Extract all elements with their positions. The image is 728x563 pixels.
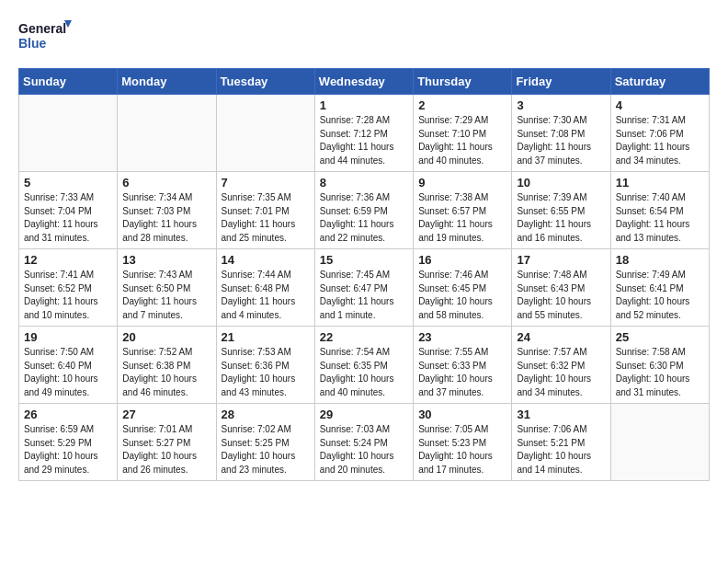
- calendar-week-5: 26Sunrise: 6:59 AM Sunset: 5:29 PM Dayli…: [19, 404, 710, 481]
- day-number: 9: [418, 176, 506, 190]
- day-info: Sunrise: 7:50 AM Sunset: 6:40 PM Dayligh…: [24, 346, 112, 399]
- calendar-week-1: 1Sunrise: 7:28 AM Sunset: 7:12 PM Daylig…: [19, 95, 710, 172]
- day-number: 7: [222, 176, 310, 190]
- day-number: 27: [122, 408, 210, 421]
- day-info: Sunrise: 7:43 AM Sunset: 6:50 PM Dayligh…: [122, 269, 210, 322]
- calendar-day: 24Sunrise: 7:57 AM Sunset: 6:32 PM Dayli…: [512, 327, 610, 404]
- day-number: 17: [517, 253, 605, 267]
- calendar-day: 7Sunrise: 7:35 AM Sunset: 7:01 PM Daylig…: [216, 172, 314, 249]
- calendar-day: 23Sunrise: 7:55 AM Sunset: 6:33 PM Dayli…: [414, 327, 512, 404]
- day-number: 5: [24, 176, 112, 190]
- day-info: Sunrise: 7:54 AM Sunset: 6:35 PM Dayligh…: [320, 346, 408, 399]
- calendar-week-2: 5Sunrise: 7:33 AM Sunset: 7:04 PM Daylig…: [19, 172, 710, 249]
- calendar-day: 29Sunrise: 7:03 AM Sunset: 5:24 PM Dayli…: [314, 404, 413, 481]
- day-number: 19: [24, 330, 112, 344]
- day-info: Sunrise: 7:06 AM Sunset: 5:21 PM Dayligh…: [517, 423, 605, 477]
- day-number: 28: [222, 408, 310, 421]
- day-info: Sunrise: 7:49 AM Sunset: 6:41 PM Dayligh…: [616, 269, 704, 322]
- calendar-week-3: 12Sunrise: 7:41 AM Sunset: 6:52 PM Dayli…: [19, 249, 710, 327]
- day-number: 13: [122, 253, 210, 267]
- calendar-week-4: 19Sunrise: 7:50 AM Sunset: 6:40 PM Dayli…: [19, 327, 710, 404]
- svg-text:General: General: [18, 21, 66, 36]
- calendar-day: 15Sunrise: 7:45 AM Sunset: 6:47 PM Dayli…: [314, 249, 413, 327]
- weekday-header-friday: Friday: [512, 69, 610, 95]
- calendar-day: 30Sunrise: 7:05 AM Sunset: 5:23 PM Dayli…: [414, 404, 512, 481]
- day-info: Sunrise: 7:36 AM Sunset: 6:59 PM Dayligh…: [320, 191, 408, 245]
- day-info: Sunrise: 7:02 AM Sunset: 5:25 PM Dayligh…: [222, 423, 310, 477]
- calendar-day: 9Sunrise: 7:38 AM Sunset: 6:57 PM Daylig…: [414, 172, 512, 249]
- day-number: 18: [616, 253, 704, 267]
- day-number: 16: [418, 253, 506, 267]
- day-number: 30: [418, 408, 506, 421]
- day-info: Sunrise: 7:34 AM Sunset: 7:03 PM Dayligh…: [122, 191, 210, 245]
- calendar-day: 6Sunrise: 7:34 AM Sunset: 7:03 PM Daylig…: [118, 172, 216, 249]
- calendar-day: [118, 95, 216, 172]
- calendar-day: 14Sunrise: 7:44 AM Sunset: 6:48 PM Dayli…: [216, 249, 314, 327]
- day-info: Sunrise: 7:28 AM Sunset: 7:12 PM Dayligh…: [320, 114, 408, 167]
- calendar-day: 4Sunrise: 7:31 AM Sunset: 7:06 PM Daylig…: [610, 95, 709, 172]
- day-number: 3: [517, 98, 605, 112]
- day-info: Sunrise: 7:58 AM Sunset: 6:30 PM Dayligh…: [616, 346, 704, 399]
- svg-text:Blue: Blue: [18, 36, 47, 51]
- day-number: 22: [320, 330, 408, 344]
- calendar-day: 17Sunrise: 7:48 AM Sunset: 6:43 PM Dayli…: [512, 249, 610, 327]
- calendar-day: 19Sunrise: 7:50 AM Sunset: 6:40 PM Dayli…: [19, 327, 118, 404]
- day-info: Sunrise: 7:52 AM Sunset: 6:38 PM Dayligh…: [122, 346, 210, 399]
- calendar-day: 1Sunrise: 7:28 AM Sunset: 7:12 PM Daylig…: [314, 95, 413, 172]
- calendar-day: 26Sunrise: 6:59 AM Sunset: 5:29 PM Dayli…: [19, 404, 118, 481]
- day-number: 21: [222, 330, 310, 344]
- day-number: 15: [320, 253, 408, 267]
- day-info: Sunrise: 7:40 AM Sunset: 6:54 PM Dayligh…: [616, 191, 704, 245]
- day-number: 2: [418, 98, 506, 112]
- calendar-day: [19, 95, 118, 172]
- day-info: Sunrise: 7:46 AM Sunset: 6:45 PM Dayligh…: [418, 269, 506, 322]
- weekday-header-sunday: Sunday: [19, 69, 118, 95]
- day-info: Sunrise: 7:30 AM Sunset: 7:08 PM Dayligh…: [517, 114, 605, 167]
- calendar-day: 8Sunrise: 7:36 AM Sunset: 6:59 PM Daylig…: [314, 172, 413, 249]
- day-info: Sunrise: 7:41 AM Sunset: 6:52 PM Dayligh…: [24, 269, 112, 322]
- day-number: 10: [517, 176, 605, 190]
- calendar-day: 25Sunrise: 7:58 AM Sunset: 6:30 PM Dayli…: [610, 327, 709, 404]
- weekday-header-saturday: Saturday: [610, 69, 709, 95]
- day-info: Sunrise: 7:31 AM Sunset: 7:06 PM Dayligh…: [616, 114, 704, 167]
- day-number: 8: [320, 176, 408, 190]
- day-number: 14: [222, 253, 310, 267]
- calendar-day: [610, 404, 709, 481]
- calendar-day: [216, 95, 314, 172]
- day-number: 31: [517, 408, 605, 421]
- day-number: 6: [122, 176, 210, 190]
- day-info: Sunrise: 7:38 AM Sunset: 6:57 PM Dayligh…: [418, 191, 506, 245]
- calendar-table: SundayMondayTuesdayWednesdayThursdayFrid…: [18, 68, 710, 481]
- calendar-day: 28Sunrise: 7:02 AM Sunset: 5:25 PM Dayli…: [216, 404, 314, 481]
- weekday-header-tuesday: Tuesday: [216, 69, 314, 95]
- day-info: Sunrise: 7:39 AM Sunset: 6:55 PM Dayligh…: [517, 191, 605, 245]
- weekday-header-row: SundayMondayTuesdayWednesdayThursdayFrid…: [19, 69, 710, 95]
- day-info: Sunrise: 7:05 AM Sunset: 5:23 PM Dayligh…: [418, 423, 506, 477]
- day-info: Sunrise: 7:03 AM Sunset: 5:24 PM Dayligh…: [320, 423, 408, 477]
- calendar-day: 3Sunrise: 7:30 AM Sunset: 7:08 PM Daylig…: [512, 95, 610, 172]
- calendar-day: 27Sunrise: 7:01 AM Sunset: 5:27 PM Dayli…: [118, 404, 216, 481]
- calendar-day: 11Sunrise: 7:40 AM Sunset: 6:54 PM Dayli…: [610, 172, 709, 249]
- day-info: Sunrise: 7:01 AM Sunset: 5:27 PM Dayligh…: [122, 423, 210, 477]
- day-number: 11: [616, 176, 704, 190]
- header: GeneralBlue: [18, 18, 710, 53]
- day-info: Sunrise: 7:33 AM Sunset: 7:04 PM Dayligh…: [24, 191, 112, 245]
- calendar-day: 16Sunrise: 7:46 AM Sunset: 6:45 PM Dayli…: [414, 249, 512, 327]
- day-number: 26: [24, 408, 112, 421]
- day-number: 4: [616, 98, 704, 112]
- calendar-day: 13Sunrise: 7:43 AM Sunset: 6:50 PM Dayli…: [118, 249, 216, 327]
- day-info: Sunrise: 7:53 AM Sunset: 6:36 PM Dayligh…: [222, 346, 310, 399]
- day-number: 23: [418, 330, 506, 344]
- day-number: 29: [320, 408, 408, 421]
- day-info: Sunrise: 6:59 AM Sunset: 5:29 PM Dayligh…: [24, 423, 112, 477]
- weekday-header-wednesday: Wednesday: [314, 69, 413, 95]
- day-info: Sunrise: 7:29 AM Sunset: 7:10 PM Dayligh…: [418, 114, 506, 167]
- calendar-day: 10Sunrise: 7:39 AM Sunset: 6:55 PM Dayli…: [512, 172, 610, 249]
- calendar-day: 31Sunrise: 7:06 AM Sunset: 5:21 PM Dayli…: [512, 404, 610, 481]
- day-info: Sunrise: 7:45 AM Sunset: 6:47 PM Dayligh…: [320, 269, 408, 322]
- calendar-day: 12Sunrise: 7:41 AM Sunset: 6:52 PM Dayli…: [19, 249, 118, 327]
- day-info: Sunrise: 7:44 AM Sunset: 6:48 PM Dayligh…: [222, 269, 310, 322]
- day-info: Sunrise: 7:57 AM Sunset: 6:32 PM Dayligh…: [517, 346, 605, 399]
- day-number: 25: [616, 330, 704, 344]
- calendar-day: 20Sunrise: 7:52 AM Sunset: 6:38 PM Dayli…: [118, 327, 216, 404]
